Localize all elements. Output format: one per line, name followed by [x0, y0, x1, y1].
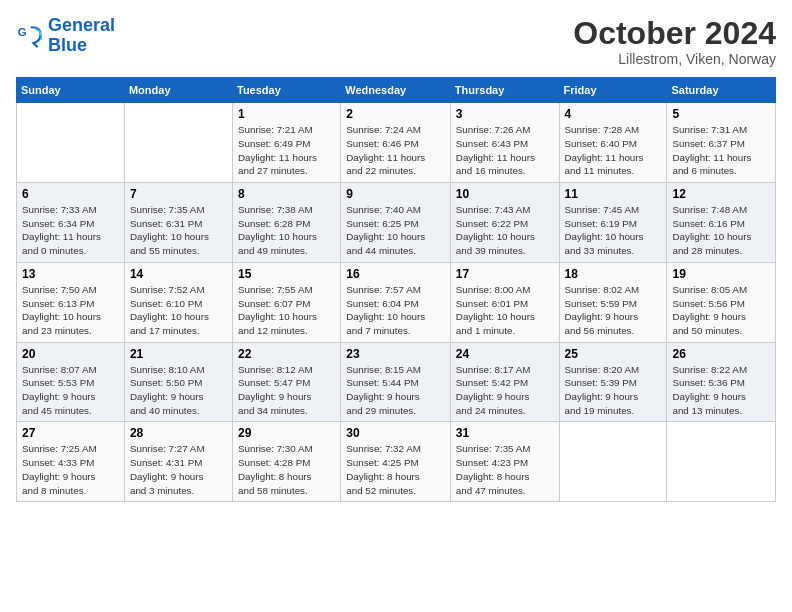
day-number: 21 [130, 347, 227, 361]
day-info: Sunrise: 7:26 AMSunset: 6:43 PMDaylight:… [456, 124, 535, 176]
day-info: Sunrise: 7:27 AMSunset: 4:31 PMDaylight:… [130, 443, 205, 495]
day-number: 7 [130, 187, 227, 201]
day-cell: 1Sunrise: 7:21 AMSunset: 6:49 PMDaylight… [233, 103, 341, 183]
month-title: October 2024 [573, 16, 776, 51]
day-info: Sunrise: 7:38 AMSunset: 6:28 PMDaylight:… [238, 204, 317, 256]
day-info: Sunrise: 8:22 AMSunset: 5:36 PMDaylight:… [672, 364, 747, 416]
title-block: October 2024 Lillestrom, Viken, Norway [573, 16, 776, 67]
day-cell [17, 103, 125, 183]
week-row-4: 20Sunrise: 8:07 AMSunset: 5:53 PMDayligh… [17, 342, 776, 422]
day-cell: 26Sunrise: 8:22 AMSunset: 5:36 PMDayligh… [667, 342, 776, 422]
day-info: Sunrise: 7:43 AMSunset: 6:22 PMDaylight:… [456, 204, 535, 256]
day-number: 31 [456, 426, 554, 440]
day-info: Sunrise: 7:40 AMSunset: 6:25 PMDaylight:… [346, 204, 425, 256]
day-cell: 4Sunrise: 7:28 AMSunset: 6:40 PMDaylight… [559, 103, 667, 183]
day-info: Sunrise: 7:30 AMSunset: 4:28 PMDaylight:… [238, 443, 313, 495]
week-row-5: 27Sunrise: 7:25 AMSunset: 4:33 PMDayligh… [17, 422, 776, 502]
day-info: Sunrise: 8:15 AMSunset: 5:44 PMDaylight:… [346, 364, 421, 416]
col-monday: Monday [124, 78, 232, 103]
logo: G General Blue [16, 16, 115, 56]
col-sunday: Sunday [17, 78, 125, 103]
day-info: Sunrise: 7:48 AMSunset: 6:16 PMDaylight:… [672, 204, 751, 256]
week-row-2: 6Sunrise: 7:33 AMSunset: 6:34 PMDaylight… [17, 183, 776, 263]
day-cell: 24Sunrise: 8:17 AMSunset: 5:42 PMDayligh… [450, 342, 559, 422]
day-number: 4 [565, 107, 662, 121]
day-number: 12 [672, 187, 770, 201]
day-cell [124, 103, 232, 183]
logo-general: General [48, 15, 115, 35]
day-cell: 12Sunrise: 7:48 AMSunset: 6:16 PMDayligh… [667, 183, 776, 263]
day-cell: 31Sunrise: 7:35 AMSunset: 4:23 PMDayligh… [450, 422, 559, 502]
day-number: 16 [346, 267, 445, 281]
day-number: 5 [672, 107, 770, 121]
day-cell: 30Sunrise: 7:32 AMSunset: 4:25 PMDayligh… [341, 422, 451, 502]
day-cell [667, 422, 776, 502]
day-info: Sunrise: 8:17 AMSunset: 5:42 PMDaylight:… [456, 364, 531, 416]
day-cell: 9Sunrise: 7:40 AMSunset: 6:25 PMDaylight… [341, 183, 451, 263]
day-cell: 6Sunrise: 7:33 AMSunset: 6:34 PMDaylight… [17, 183, 125, 263]
day-cell: 21Sunrise: 8:10 AMSunset: 5:50 PMDayligh… [124, 342, 232, 422]
day-cell: 17Sunrise: 8:00 AMSunset: 6:01 PMDayligh… [450, 262, 559, 342]
day-number: 13 [22, 267, 119, 281]
day-cell: 15Sunrise: 7:55 AMSunset: 6:07 PMDayligh… [233, 262, 341, 342]
day-info: Sunrise: 8:12 AMSunset: 5:47 PMDaylight:… [238, 364, 313, 416]
logo-blue: Blue [48, 36, 115, 56]
day-info: Sunrise: 8:07 AMSunset: 5:53 PMDaylight:… [22, 364, 97, 416]
calendar-table: Sunday Monday Tuesday Wednesday Thursday… [16, 77, 776, 502]
day-info: Sunrise: 7:24 AMSunset: 6:46 PMDaylight:… [346, 124, 425, 176]
day-cell: 11Sunrise: 7:45 AMSunset: 6:19 PMDayligh… [559, 183, 667, 263]
day-info: Sunrise: 7:33 AMSunset: 6:34 PMDaylight:… [22, 204, 101, 256]
day-cell: 18Sunrise: 8:02 AMSunset: 5:59 PMDayligh… [559, 262, 667, 342]
day-number: 24 [456, 347, 554, 361]
day-info: Sunrise: 7:52 AMSunset: 6:10 PMDaylight:… [130, 284, 209, 336]
day-cell: 5Sunrise: 7:31 AMSunset: 6:37 PMDaylight… [667, 103, 776, 183]
day-cell: 22Sunrise: 8:12 AMSunset: 5:47 PMDayligh… [233, 342, 341, 422]
day-info: Sunrise: 8:20 AMSunset: 5:39 PMDaylight:… [565, 364, 640, 416]
day-number: 10 [456, 187, 554, 201]
day-cell: 25Sunrise: 8:20 AMSunset: 5:39 PMDayligh… [559, 342, 667, 422]
day-info: Sunrise: 7:57 AMSunset: 6:04 PMDaylight:… [346, 284, 425, 336]
day-number: 29 [238, 426, 335, 440]
day-cell: 19Sunrise: 8:05 AMSunset: 5:56 PMDayligh… [667, 262, 776, 342]
col-wednesday: Wednesday [341, 78, 451, 103]
day-number: 8 [238, 187, 335, 201]
day-info: Sunrise: 7:50 AMSunset: 6:13 PMDaylight:… [22, 284, 101, 336]
logo-icon: G [16, 22, 44, 50]
day-info: Sunrise: 8:02 AMSunset: 5:59 PMDaylight:… [565, 284, 640, 336]
day-number: 17 [456, 267, 554, 281]
day-number: 26 [672, 347, 770, 361]
col-friday: Friday [559, 78, 667, 103]
day-number: 2 [346, 107, 445, 121]
day-number: 15 [238, 267, 335, 281]
day-info: Sunrise: 7:35 AMSunset: 6:31 PMDaylight:… [130, 204, 209, 256]
day-cell: 3Sunrise: 7:26 AMSunset: 6:43 PMDaylight… [450, 103, 559, 183]
day-number: 11 [565, 187, 662, 201]
day-number: 25 [565, 347, 662, 361]
day-cell: 7Sunrise: 7:35 AMSunset: 6:31 PMDaylight… [124, 183, 232, 263]
day-info: Sunrise: 8:10 AMSunset: 5:50 PMDaylight:… [130, 364, 205, 416]
day-cell: 10Sunrise: 7:43 AMSunset: 6:22 PMDayligh… [450, 183, 559, 263]
day-info: Sunrise: 7:31 AMSunset: 6:37 PMDaylight:… [672, 124, 751, 176]
location: Lillestrom, Viken, Norway [573, 51, 776, 67]
day-cell: 13Sunrise: 7:50 AMSunset: 6:13 PMDayligh… [17, 262, 125, 342]
day-number: 27 [22, 426, 119, 440]
day-info: Sunrise: 7:21 AMSunset: 6:49 PMDaylight:… [238, 124, 317, 176]
day-number: 18 [565, 267, 662, 281]
day-number: 20 [22, 347, 119, 361]
day-number: 30 [346, 426, 445, 440]
day-cell: 8Sunrise: 7:38 AMSunset: 6:28 PMDaylight… [233, 183, 341, 263]
day-info: Sunrise: 8:05 AMSunset: 5:56 PMDaylight:… [672, 284, 747, 336]
day-number: 14 [130, 267, 227, 281]
day-cell: 29Sunrise: 7:30 AMSunset: 4:28 PMDayligh… [233, 422, 341, 502]
svg-text:G: G [18, 26, 27, 38]
day-cell: 14Sunrise: 7:52 AMSunset: 6:10 PMDayligh… [124, 262, 232, 342]
day-cell: 28Sunrise: 7:27 AMSunset: 4:31 PMDayligh… [124, 422, 232, 502]
day-number: 19 [672, 267, 770, 281]
day-number: 1 [238, 107, 335, 121]
header-row: Sunday Monday Tuesday Wednesday Thursday… [17, 78, 776, 103]
day-number: 9 [346, 187, 445, 201]
day-cell [559, 422, 667, 502]
day-info: Sunrise: 7:55 AMSunset: 6:07 PMDaylight:… [238, 284, 317, 336]
col-tuesday: Tuesday [233, 78, 341, 103]
col-saturday: Saturday [667, 78, 776, 103]
